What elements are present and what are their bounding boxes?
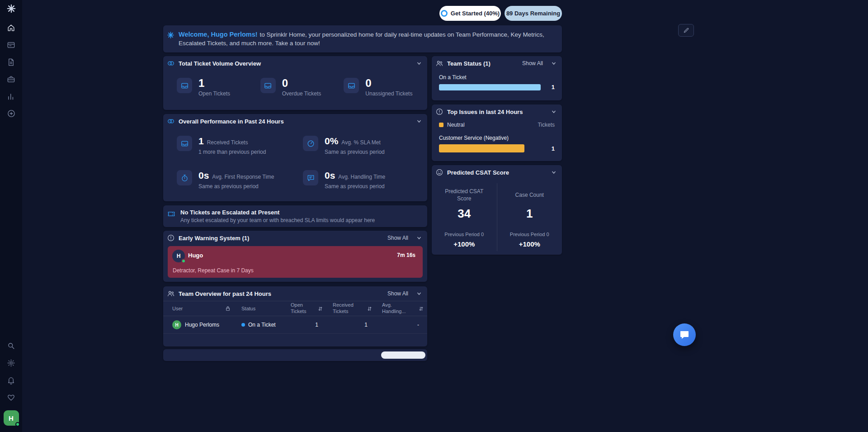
ews-alert-row[interactable]: H Hugo 7m 16s Detractor, Repeat Case in … — [168, 246, 423, 278]
sprinklr-logo-icon — [6, 4, 16, 14]
team-status-show-all-link[interactable]: Show All — [522, 60, 543, 66]
lock-icon — [225, 306, 231, 311]
progress-ring-icon — [441, 10, 448, 17]
smiley-icon — [435, 168, 443, 176]
sort-icon[interactable] — [419, 306, 424, 311]
column-status-label: Status — [241, 306, 255, 311]
ews-show-all-link[interactable]: Show All — [387, 235, 408, 241]
open-tickets-stat: 1 Open Tickets — [177, 78, 260, 97]
search-icon[interactable] — [6, 340, 17, 351]
row-user-name: Hugo Perloms — [185, 322, 219, 328]
home-icon[interactable] — [6, 22, 17, 33]
case-document-icon[interactable] — [6, 57, 17, 67]
team-overview-show-all-link[interactable]: Show All — [387, 290, 408, 297]
card-title: Total Ticket Volume Overview — [179, 60, 261, 67]
pagination-control[interactable] — [381, 351, 425, 359]
days-remaining-button[interactable]: 89 Days Remaining — [505, 6, 562, 21]
chat-support-button[interactable] — [673, 323, 696, 346]
unassigned-tickets-stat: 0 Unassigned Tickets — [344, 78, 427, 97]
neutral-sentiment-icon — [439, 123, 443, 127]
csat-score-previous: Previous Period 0 — [432, 232, 497, 237]
row-open-value: 1 — [315, 322, 318, 328]
stat-label: Avg. Handling Time — [338, 174, 385, 180]
chat-icon — [303, 170, 318, 185]
sort-icon[interactable] — [367, 306, 372, 311]
ticket-volume-card: Total Ticket Volume Overview 1 Open Tick… — [163, 56, 427, 110]
stat-value: 0s — [198, 170, 209, 181]
analytics-icon[interactable] — [6, 91, 17, 102]
table-header: User Status Open Tickets Received Ticket… — [163, 301, 427, 316]
csat-score-column: Predicted CSAT Score 34 Previous Period … — [432, 183, 497, 251]
card-title: Predicted CSAT Score — [447, 169, 509, 176]
case-count-previous: Previous Period 0 — [497, 232, 562, 237]
team-icon — [167, 290, 175, 298]
chevron-down-icon[interactable] — [416, 235, 422, 241]
pencil-icon — [683, 27, 689, 33]
csat-score-delta: +100% — [432, 240, 497, 248]
get-started-button[interactable]: Get Started (40%) — [439, 6, 501, 21]
column-open-label: Open Tickets — [291, 302, 314, 315]
csat-card: Predicted CSAT Score Predicted CSAT Scor… — [432, 165, 562, 255]
ews-duration: 7m 16s — [397, 252, 415, 258]
card-title: Team Overview for past 24 Hours — [179, 290, 271, 297]
case-count-value: 1 — [497, 207, 562, 221]
ews-avatar-initial: H — [177, 253, 181, 259]
chat-bubble-icon — [679, 329, 690, 340]
received-tickets-stat: 1Received Tickets 1 more than previous p… — [177, 136, 303, 161]
escalation-title: No Tickets are Escalated at Present — [180, 209, 375, 216]
csat-score-value: 34 — [432, 207, 497, 221]
chevron-down-icon[interactable] — [551, 61, 557, 66]
stat-subtext: Same as previous period — [325, 183, 385, 190]
timer-icon — [177, 170, 192, 185]
stat-label: Unassigned Tickets — [365, 90, 412, 97]
stat-label: Received Tickets — [207, 139, 248, 146]
team-icon — [435, 59, 443, 67]
row-avg-handling-value: - — [417, 322, 419, 328]
chevron-down-icon[interactable] — [416, 61, 422, 66]
row-avatar: H — [172, 320, 181, 329]
chevron-down-icon[interactable] — [416, 291, 422, 296]
tickets-column-label: Tickets — [538, 122, 555, 128]
stat-subtext: Same as previous period — [325, 149, 385, 155]
overview-rings-icon — [167, 59, 175, 67]
care-heart-icon[interactable] — [6, 392, 17, 403]
team-overview-card: Team Overview for past 24 Hours Show All… — [163, 286, 427, 347]
user-avatar[interactable]: H — [4, 410, 19, 426]
notifications-bell-icon[interactable] — [6, 375, 17, 385]
table-row[interactable]: H Hugo Perloms On a Ticket 1 1 - — [163, 316, 427, 334]
row-received-value: 1 — [364, 322, 368, 328]
stat-value: 1 — [198, 136, 204, 147]
ews-card: Early Warning System (1) Show All H Hugo… — [163, 231, 427, 282]
inbox-icon — [260, 78, 276, 93]
issue-bar — [439, 144, 524, 152]
overdue-tickets-stat: 0 Overdue Tickets — [260, 78, 344, 97]
settings-gear-icon[interactable] — [6, 357, 17, 368]
engagement-card-icon[interactable] — [6, 39, 17, 50]
sort-icon[interactable] — [318, 306, 323, 311]
first-response-stat: 0sAvg. First Response Time Same as previ… — [177, 170, 303, 195]
escalation-body: Any ticket escalated by your team or wit… — [180, 217, 375, 223]
create-plus-icon[interactable] — [6, 108, 17, 119]
handling-time-stat: 0sAvg. Handling Time Same as previous pe… — [303, 170, 427, 195]
chevron-down-icon[interactable] — [416, 119, 422, 124]
row-status-label: On a Ticket — [248, 322, 276, 328]
ticket-icon — [167, 209, 176, 218]
get-started-label: Get Started (40%) — [451, 10, 500, 17]
chevron-down-icon[interactable] — [551, 109, 557, 114]
sentiment-label: Neutral — [447, 122, 465, 128]
workspace-briefcase-icon[interactable] — [6, 74, 17, 85]
stat-value: 0 — [365, 78, 412, 89]
chevron-down-icon[interactable] — [551, 170, 557, 175]
cutoff-panel — [163, 349, 427, 361]
app-sidebar: H — [0, 0, 22, 432]
stat-label: Avg. % SLA Met — [341, 139, 381, 146]
sprinklr-burst-icon — [167, 31, 175, 39]
inbox-icon — [177, 136, 192, 151]
sla-met-stat: 0%Avg. % SLA Met Same as previous period — [303, 136, 427, 161]
top-issues-card: Top Issues in last 24 Hours Neutral Tick… — [432, 104, 562, 161]
stat-label: Avg. First Response Time — [212, 174, 274, 180]
inbox-icon — [344, 78, 359, 93]
edit-layout-button[interactable] — [678, 24, 694, 37]
column-user-label: User — [172, 306, 183, 311]
gauge-icon — [303, 136, 318, 151]
